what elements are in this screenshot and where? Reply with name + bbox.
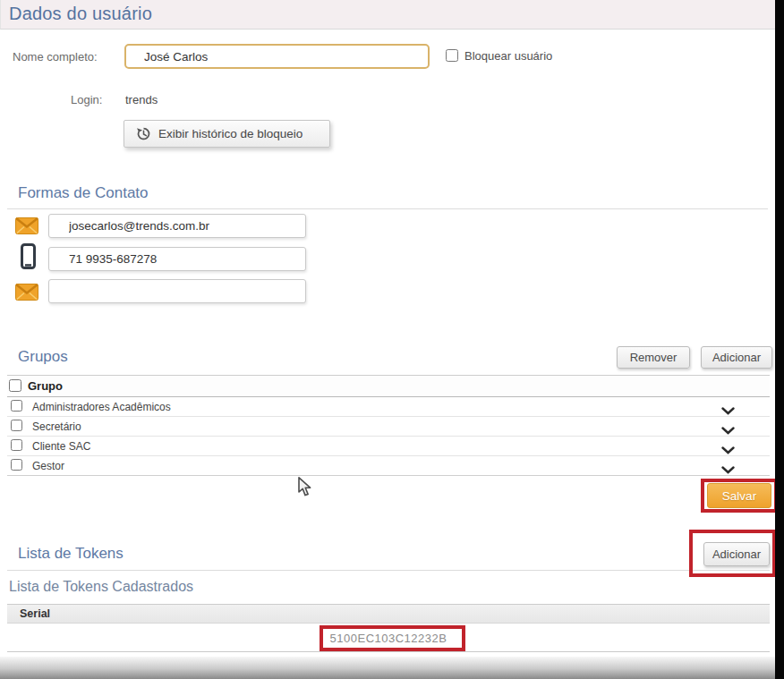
add-group-button[interactable]: Adicionar — [701, 346, 772, 369]
group-row[interactable]: Gestor — [7, 456, 770, 476]
group-name: Secretário — [32, 420, 81, 433]
block-user-checkbox[interactable] — [446, 49, 458, 62]
login-label: Login: — [71, 93, 102, 106]
bottom-gradient-strip — [0, 657, 775, 679]
login-value: trends — [125, 93, 158, 106]
show-block-history-button[interactable]: Exibir histórico de bloqueio — [124, 120, 330, 148]
right-black-strip — [775, 0, 784, 679]
contact-divider — [7, 208, 768, 209]
tokens-table-header: Serial — [7, 604, 770, 624]
groups-table-header: Grupo — [7, 375, 770, 397]
registered-tokens-heading: Lista de Tokens Cadastrados — [9, 579, 193, 595]
add-token-button[interactable]: Adicionar — [703, 542, 770, 566]
group-name: Gestor — [32, 460, 64, 472]
chevron-down-icon[interactable] — [721, 462, 735, 478]
secondary-email-input[interactable] — [48, 279, 306, 303]
contact-section-heading: Formas de Contato — [18, 184, 149, 202]
group-row[interactable]: Cliente SAC — [7, 437, 770, 456]
email-icon — [15, 217, 38, 238]
email-icon — [15, 284, 38, 304]
group-row[interactable]: Secretário — [7, 417, 770, 437]
group-checkbox[interactable] — [11, 420, 22, 431]
group-checkbox[interactable] — [11, 439, 22, 451]
group-checkbox[interactable] — [11, 400, 22, 412]
tokens-section-heading: Lista de Tokens — [18, 545, 124, 563]
group-name: Administradores Acadêmicos — [32, 401, 171, 413]
mouse-cursor — [298, 477, 315, 500]
groups-column-header: Grupo — [28, 379, 63, 393]
user-data-page: Dados do usuário Nome completo: Bloquear… — [0, 0, 784, 679]
remove-group-button[interactable]: Remover — [617, 346, 690, 369]
page-title: Dados do usuário — [9, 4, 152, 24]
group-name: Cliente SAC — [32, 440, 90, 453]
group-row[interactable]: Administradores Acadêmicos — [7, 397, 770, 417]
token-row[interactable]: 5100EC103C12232B — [7, 624, 770, 652]
token-serial-value: 5100EC103C12232B — [330, 632, 447, 645]
full-name-label: Nome completo: — [13, 50, 98, 64]
block-user-label: Bloquear usuário — [464, 49, 552, 63]
serial-column-header: Serial — [20, 607, 50, 620]
save-button[interactable]: Salvar — [707, 483, 771, 508]
groups-table: Grupo Administradores Acadêmicos Secretá… — [7, 375, 770, 476]
email-input[interactable] — [48, 214, 306, 238]
phone-input[interactable] — [48, 247, 306, 271]
select-all-groups-checkbox[interactable] — [9, 379, 21, 392]
groups-section-heading: Grupos — [18, 348, 68, 366]
tokens-divider — [7, 570, 770, 571]
show-block-history-label: Exibir histórico de bloqueio — [158, 127, 303, 140]
history-clock-icon — [136, 126, 151, 141]
phone-icon — [21, 243, 36, 273]
full-name-input[interactable] — [124, 44, 430, 69]
group-checkbox[interactable] — [11, 459, 22, 471]
